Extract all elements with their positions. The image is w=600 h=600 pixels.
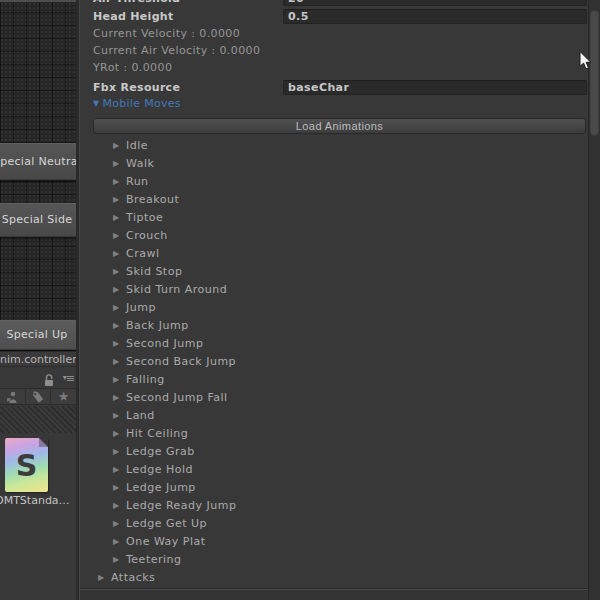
move-foldout[interactable]: ▶Second Jump: [80, 335, 600, 353]
chevron-right-icon: ▶: [113, 533, 126, 551]
fbx-resource-field[interactable]: baseChar: [283, 80, 587, 95]
shader-asset-icon[interactable]: S: [5, 438, 48, 492]
chevron-right-icon: ▶: [113, 137, 126, 155]
head-height-field[interactable]: 0.5: [283, 9, 587, 24]
move-foldout[interactable]: ▶Hit Ceiling: [80, 425, 600, 443]
chevron-right-icon: ▶: [113, 173, 126, 191]
chevron-right-icon: ▶: [113, 299, 126, 317]
move-foldout[interactable]: ▶Ledge Get Up: [80, 515, 600, 533]
move-foldout[interactable]: ▶Jump: [80, 299, 600, 317]
chevron-right-icon: ▶: [113, 353, 126, 371]
chevron-right-icon: ▶: [113, 497, 126, 515]
move-foldout[interactable]: ▶Second Jump Fall: [80, 389, 600, 407]
current-air-velocity-readout: Current Air Velocity : 0.0000: [93, 44, 260, 58]
resize-grip-strip[interactable]: [0, 406, 76, 433]
chevron-right-icon: ▶: [113, 317, 126, 335]
chevron-right-icon: ▶: [113, 461, 126, 479]
move-foldout[interactable]: ▶Breakout: [80, 191, 600, 209]
chevron-right-icon: ▶: [113, 443, 126, 461]
inspector-header-row: ▾≡: [0, 369, 76, 388]
move-foldout[interactable]: ▶Ledge Grab: [80, 443, 600, 461]
unity-editor-window: Special Neutral Special Side Special Up …: [0, 0, 600, 600]
move-foldout[interactable]: ▶Second Back Jump: [80, 353, 600, 371]
property-label: Head Height: [93, 9, 174, 24]
load-animations-button[interactable]: Load Animations: [93, 118, 586, 134]
tag-icon[interactable]: [26, 389, 52, 404]
moves-list: ▶Idle ▶Walk ▶Run ▶Breakout ▶Tiptoe ▶Crou…: [80, 137, 600, 569]
chevron-right-icon: ▶: [113, 263, 126, 281]
inspector-panel: Air Threshold 20 Head Height 0.5 Current…: [80, 0, 600, 600]
move-foldout[interactable]: ▶Teetering: [80, 551, 600, 569]
move-foldout[interactable]: ▶Tiptoe: [80, 209, 600, 227]
chevron-right-icon: ▶: [113, 515, 126, 533]
move-foldout[interactable]: ▶Land: [80, 407, 600, 425]
move-foldout[interactable]: ▶One Way Plat: [80, 533, 600, 551]
chevron-right-icon: ▶: [113, 245, 126, 263]
chevron-right-icon: ▶: [113, 335, 126, 353]
mobile-moves-foldout[interactable]: ▼Mobile Moves: [93, 97, 181, 111]
chevron-right-icon: ▶: [113, 551, 126, 569]
chevron-right-icon: ▶: [113, 479, 126, 497]
avatar-icon[interactable]: [0, 389, 26, 404]
chevron-right-icon: ▶: [113, 425, 126, 443]
chevron-right-icon: ▶: [113, 209, 126, 227]
property-label: Fbx Resource: [93, 80, 180, 95]
property-row-fbx-resource: Fbx Resource baseChar: [80, 80, 600, 96]
left-panel: Special Neutral Special Side Special Up …: [0, 0, 76, 600]
yrot-readout: YRot : 0.0000: [93, 61, 172, 75]
move-foldout[interactable]: ▶Crawl: [80, 245, 600, 263]
move-foldout[interactable]: ▶Back Jump: [80, 317, 600, 335]
move-foldout[interactable]: ▶Falling: [80, 371, 600, 389]
asset-label[interactable]: OMTStanda…: [0, 494, 70, 507]
move-foldout[interactable]: ▶Skid Turn Around: [80, 281, 600, 299]
chevron-right-icon: ▶: [98, 569, 111, 587]
move-foldout[interactable]: ▶Idle: [80, 137, 600, 155]
move-foldout[interactable]: ▶Crouch: [80, 227, 600, 245]
chevron-right-icon: ▶: [113, 371, 126, 389]
air-threshold-field[interactable]: 20: [283, 0, 587, 6]
property-label: Air Threshold: [93, 0, 180, 6]
animator-controller-breadcrumb[interactable]: nim.controller: [0, 351, 76, 367]
animator-state-special-neutral[interactable]: Special Neutral: [0, 143, 76, 180]
chevron-right-icon: ▶: [113, 191, 126, 209]
current-velocity-readout: Current Velocity : 0.0000: [93, 27, 240, 41]
move-foldout[interactable]: ▶Walk: [80, 155, 600, 173]
component-separator: [80, 588, 600, 600]
inspector-scrollbar[interactable]: [588, 0, 600, 600]
move-foldout[interactable]: ▶Ledge Ready Jump: [80, 497, 600, 515]
mouse-cursor: [579, 51, 593, 75]
chevron-down-icon: ▼: [93, 99, 99, 108]
star-icon[interactable]: ★: [51, 389, 76, 404]
animator-graph-canvas[interactable]: Special Neutral Special Side Special Up: [0, 0, 76, 351]
project-panel: S OMTStanda…: [0, 433, 76, 600]
move-foldout[interactable]: ▶Ledge Hold: [80, 461, 600, 479]
property-row-head-height: Head Height 0.5: [80, 9, 600, 25]
attacks-foldout[interactable]: ▶Attacks: [80, 569, 600, 587]
chevron-right-icon: ▶: [113, 281, 126, 299]
context-menu-icon[interactable]: ▾≡: [63, 371, 74, 386]
chevron-right-icon: ▶: [113, 227, 126, 245]
chevron-right-icon: ▶: [113, 389, 126, 407]
property-row-air-threshold: Air Threshold 20: [80, 0, 600, 7]
move-foldout[interactable]: ▶Ledge Jump: [80, 479, 600, 497]
chevron-right-icon: ▶: [113, 155, 126, 173]
move-foldout[interactable]: ▶Run: [80, 173, 600, 191]
animator-state-special-side[interactable]: Special Side: [0, 203, 76, 237]
asset-preview-toolbar: ★: [0, 388, 76, 405]
animator-state-special-up[interactable]: Special Up: [0, 320, 76, 350]
chevron-right-icon: ▶: [113, 407, 126, 425]
move-foldout[interactable]: ▶Skid Stop: [80, 263, 600, 281]
